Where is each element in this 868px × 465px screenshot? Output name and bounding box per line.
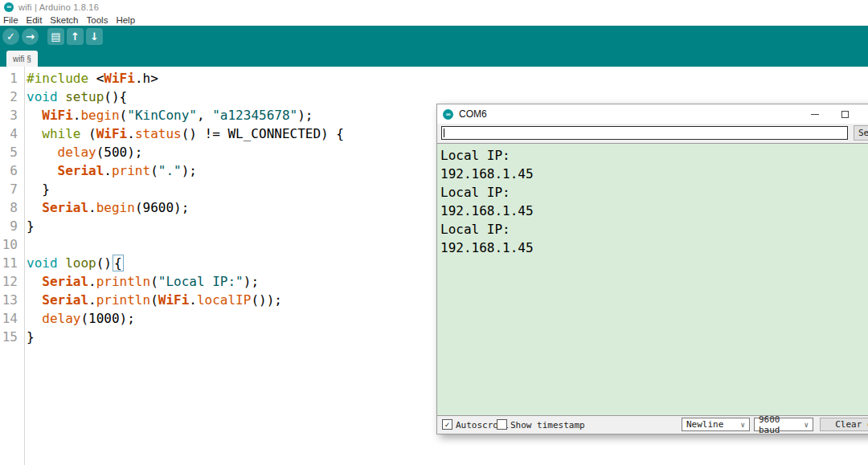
show-timestamp-checkbox[interactable] — [497, 419, 507, 430]
line-number: 7 — [0, 180, 22, 198]
line-number: 10 — [0, 235, 22, 254]
tab-wifi[interactable]: wifi § — [6, 51, 38, 67]
check-icon: ✓ — [6, 31, 15, 43]
code-line: 1#include <WiFi.h> — [0, 69, 868, 88]
autoscroll-checkbox[interactable]: ✓ — [442, 419, 452, 430]
chevron-down-icon: ∨ — [741, 421, 745, 429]
serial-input[interactable] — [441, 126, 848, 140]
send-button[interactable]: Send — [854, 125, 868, 141]
screen: ∞ wifi | Arduino 1.8.16 FileEditSketchTo… — [0, 0, 868, 465]
menu-edit[interactable]: Edit — [27, 15, 43, 25]
toolbar: ✓→▤↑↓ — [0, 26, 868, 47]
minimize-button[interactable] — [803, 104, 827, 124]
verify-button[interactable]: ✓ — [2, 28, 19, 45]
line-number: 15 — [0, 328, 22, 346]
new-sketch-button[interactable]: ▤ — [47, 28, 64, 45]
code-text: void setup(){ — [22, 88, 127, 106]
code-text: void loop(){ — [22, 254, 124, 272]
gutter-separator — [24, 67, 25, 465]
line-number: 4 — [0, 124, 22, 143]
menu-help[interactable]: Help — [116, 15, 135, 25]
open-button[interactable]: ↑ — [67, 28, 84, 45]
line-number: 3 — [0, 106, 22, 124]
serial-monitor-window: ∞ COM6 Send Local IP:192.168.1.45Local I… — [436, 104, 868, 434]
serial-output-line: Local IP: — [440, 183, 868, 202]
line-number: 5 — [0, 143, 22, 161]
line-number: 6 — [0, 161, 22, 180]
arduino-logo-icon: ∞ — [443, 109, 453, 120]
serial-monitor-bottombar: ✓ Autoscroll Show timestamp Newline ∨ 96… — [437, 416, 868, 434]
code-text: Serial.print("."); — [22, 161, 197, 180]
arrow-up-icon: ↑ — [71, 31, 80, 43]
line-number: 9 — [0, 217, 22, 235]
maximize-icon — [841, 111, 849, 118]
serial-output-line: Local IP: — [440, 220, 868, 239]
chevron-down-icon: ∨ — [805, 421, 809, 429]
menu-file[interactable]: File — [3, 15, 18, 25]
code-text: Serial.begin(9600); — [22, 198, 189, 217]
document-icon: ▤ — [51, 31, 60, 43]
upload-button[interactable]: → — [22, 28, 39, 45]
menubar: FileEditSketchToolsHelp — [0, 14, 868, 26]
menu-tools[interactable]: Tools — [87, 15, 108, 25]
menu-sketch[interactable]: Sketch — [50, 15, 78, 25]
serial-input-row: Send — [437, 124, 868, 143]
ide-titlebar: ∞ wifi | Arduino 1.8.16 — [0, 0, 868, 14]
line-number: 2 — [0, 88, 22, 106]
serial-output-line: 192.168.1.45 — [440, 202, 868, 220]
serial-monitor-title: COM6 — [459, 108, 487, 120]
baud-rate-select[interactable]: 9600 baud ∨ — [754, 418, 813, 431]
line-number: 8 — [0, 198, 22, 217]
code-text: WiFi.begin("KinCony", "a12345678"); — [22, 106, 313, 124]
baud-rate-value: 9600 baud — [759, 414, 805, 435]
arduino-logo-icon: ∞ — [4, 2, 14, 12]
show-timestamp-label: Show timestamp — [510, 420, 585, 430]
serial-output-line: Local IP: — [440, 146, 868, 165]
maximize-button[interactable] — [833, 104, 857, 124]
code-text: #include <WiFi.h> — [22, 69, 158, 88]
arrow-right-icon: → — [26, 31, 35, 43]
window-title: wifi | Arduino 1.8.16 — [18, 2, 99, 12]
tab-label: wifi § — [13, 55, 31, 63]
line-ending-value: Newline — [686, 419, 723, 430]
serial-output-area[interactable]: Local IP:192.168.1.45Local IP:192.168.1.… — [437, 143, 868, 416]
code-text: while (WiFi.status() != WL_CONNECTED) { — [22, 124, 344, 143]
serial-monitor-titlebar[interactable]: ∞ COM6 — [437, 104, 868, 124]
serial-output-line: 192.168.1.45 — [440, 165, 868, 183]
line-number: 14 — [0, 309, 22, 328]
code-text: Serial.println(WiFi.localIP()); — [22, 291, 282, 309]
line-number: 12 — [0, 272, 22, 291]
text-caret — [444, 128, 444, 137]
minimize-icon — [811, 114, 819, 115]
line-number: 13 — [0, 291, 22, 309]
code-text: delay(1000); — [22, 309, 135, 328]
line-ending-select[interactable]: Newline ∨ — [682, 418, 750, 431]
tabbar: wifi § — [0, 47, 868, 67]
code-text: } — [22, 180, 50, 198]
save-button[interactable]: ↓ — [86, 28, 103, 45]
arrow-down-icon: ↓ — [90, 31, 99, 43]
code-text: delay(500); — [22, 143, 143, 161]
clear-output-button[interactable]: Clear output — [820, 418, 868, 431]
code-text: Serial.println("Local IP:"); — [22, 272, 259, 291]
line-number: 11 — [0, 254, 22, 272]
serial-output-line: 192.168.1.45 — [440, 239, 868, 257]
line-number: 1 — [0, 69, 22, 88]
